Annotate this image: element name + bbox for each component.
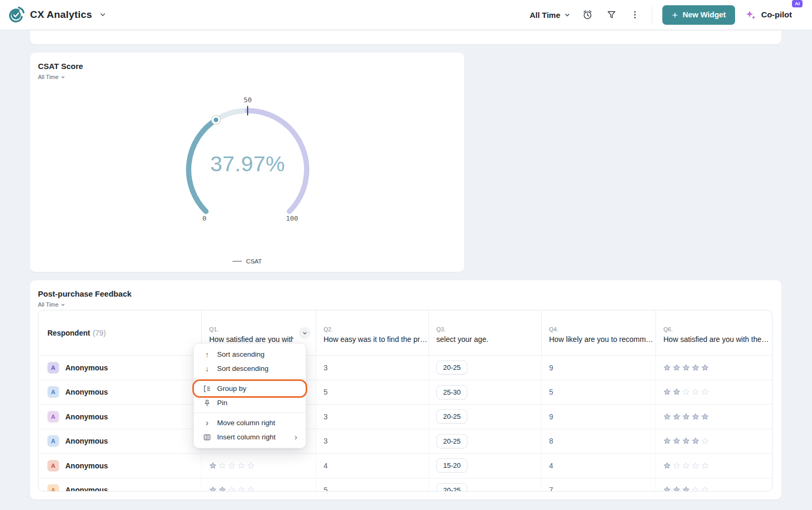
avatar: A <box>47 460 59 472</box>
svg-text:100: 100 <box>286 214 298 222</box>
star-rating <box>663 437 709 445</box>
csat-legend[interactable]: CSAT <box>30 258 464 264</box>
feedback-widget-title: Post-purchase Feedback <box>38 289 132 298</box>
q6-cell <box>656 429 772 454</box>
global-time-filter[interactable]: All Time <box>530 11 571 19</box>
svg-text:0: 0 <box>202 214 207 222</box>
column-menu-button[interactable] <box>299 327 310 339</box>
app-logo-icon <box>7 6 25 24</box>
copilot-label: Co-pilot <box>761 10 792 19</box>
respondent-cell: A Anonymous <box>38 405 201 429</box>
star-filled-icon <box>682 364 690 371</box>
star-filled-icon <box>209 462 217 469</box>
star-rating <box>209 462 255 469</box>
table-row[interactable]: A Anonymous 3 20-25 9 <box>38 405 772 429</box>
q4-cell: 9 <box>541 405 656 429</box>
submenu-chevron-icon: › <box>295 433 297 442</box>
new-widget-button[interactable]: + New Widget <box>662 5 735 25</box>
star-filled-icon <box>682 486 690 492</box>
ai-badge: AI <box>792 0 803 7</box>
menu-item-insert-column-right[interactable]: Insert column right› <box>194 430 306 444</box>
menu-divider <box>194 413 306 413</box>
column-header-respondent[interactable]: Respondent (79) <box>38 310 201 355</box>
q3-cell: 20-25 <box>428 356 541 380</box>
menu-item-label: Pin <box>217 399 228 407</box>
star-rating <box>663 486 709 492</box>
q3-cell: 20-25 <box>428 478 541 492</box>
star-rating <box>663 413 709 420</box>
q4-cell: 4 <box>541 454 656 478</box>
star-empty-icon <box>247 486 255 492</box>
star-filled-icon <box>663 437 671 445</box>
star-empty-icon <box>692 486 699 492</box>
copilot-button[interactable]: Co-pilot AI <box>745 9 792 21</box>
app-title: CX Analytics <box>30 9 92 21</box>
insert-column-icon <box>202 433 212 442</box>
navbar-divider <box>652 6 652 24</box>
menu-item-pin[interactable]: Pin <box>194 396 306 410</box>
menu-item-group-by[interactable]: Group by <box>194 381 306 396</box>
q6-cell <box>656 380 772 405</box>
q3-cell: 25-30 <box>428 380 541 405</box>
star-empty-icon <box>701 486 709 492</box>
star-rating <box>663 462 709 469</box>
legend-label: CSAT <box>246 258 262 264</box>
respondent-cell: A Anonymous <box>38 478 201 492</box>
column-header-q2[interactable]: Q2. How easy was it to find the pr… <box>316 310 428 355</box>
table-row[interactable]: A Anonymous 5 20-25 7 <box>38 478 772 492</box>
menu-item-label: Sort ascending <box>217 350 265 358</box>
respondent-cell: A Anonymous <box>38 429 201 454</box>
menu-item-sort-descending[interactable]: ↓ Sort descending <box>194 361 306 376</box>
filter-icon[interactable] <box>604 8 618 22</box>
star-rating <box>663 364 709 371</box>
respondent-name: Anonymous <box>65 462 108 470</box>
star-filled-icon <box>673 486 680 492</box>
arrow-up-icon: ↑ <box>202 350 212 359</box>
global-time-filter-label: All Time <box>530 11 560 19</box>
star-filled-icon <box>673 388 680 396</box>
star-filled-icon <box>219 486 226 492</box>
respondent-name: Anonymous <box>65 388 108 396</box>
avatar: A <box>47 362 59 374</box>
more-options-icon[interactable] <box>628 8 642 22</box>
sparkle-icon <box>745 9 757 21</box>
star-filled-icon <box>701 413 709 420</box>
column-header-q4[interactable]: Q4. How likely are you to recomm… <box>541 310 656 355</box>
star-filled-icon <box>673 437 680 445</box>
column-header-q6[interactable]: Q6. How satisfied are you with the… <box>656 310 772 355</box>
avatar: A <box>47 484 59 492</box>
alarm-icon[interactable] <box>581 8 594 22</box>
table-row[interactable]: A Anonymous 4 15-20 4 <box>38 454 772 478</box>
menu-item-sort-ascending[interactable]: ↑ Sort ascending <box>194 347 306 361</box>
avatar: A <box>47 435 59 447</box>
context-menu: ↑ Sort ascending↓ Sort descending Group … <box>193 343 306 448</box>
feedback-widget-time-filter[interactable]: All Time <box>38 301 65 308</box>
age-badge: 20-25 <box>436 360 467 375</box>
avatar: A <box>47 411 59 423</box>
menu-item-label: Sort descending <box>217 365 269 372</box>
star-empty-icon <box>701 462 709 469</box>
table-row[interactable]: A Anonymous 3 20-25 8 <box>38 429 772 454</box>
respondent-name: Anonymous <box>65 437 108 445</box>
q6-cell <box>656 454 772 478</box>
menu-item-label: Insert column right <box>217 433 276 441</box>
table-body: A Anonymous 3 20-25 9 A Anonymous 5 25-3… <box>38 356 772 492</box>
menu-item-move-column-right[interactable]: › Move column right <box>194 416 306 430</box>
table-row[interactable]: A Anonymous 5 25-30 5 <box>38 380 772 405</box>
q2-cell: 4 <box>316 454 428 478</box>
q3-cell: 20-25 <box>428 405 541 429</box>
star-filled-icon <box>682 413 690 420</box>
q4-cell: 9 <box>541 356 656 380</box>
q3-cell: 20-25 <box>428 429 541 454</box>
respondent-cell: A Anonymous <box>38 454 201 478</box>
table-row[interactable]: A Anonymous 3 20-25 9 <box>38 356 772 380</box>
star-filled-icon <box>209 486 217 492</box>
respondent-cell: A Anonymous <box>38 380 201 405</box>
arrow-down-icon: ↓ <box>202 365 212 373</box>
star-empty-icon <box>701 437 709 445</box>
q2-cell: 3 <box>316 405 428 429</box>
column-header-q3[interactable]: Q3. select your age. <box>428 310 541 355</box>
app-switcher-chevron-icon[interactable] <box>99 11 106 18</box>
group-by-icon <box>202 385 212 393</box>
legend-dash-icon <box>232 261 242 262</box>
